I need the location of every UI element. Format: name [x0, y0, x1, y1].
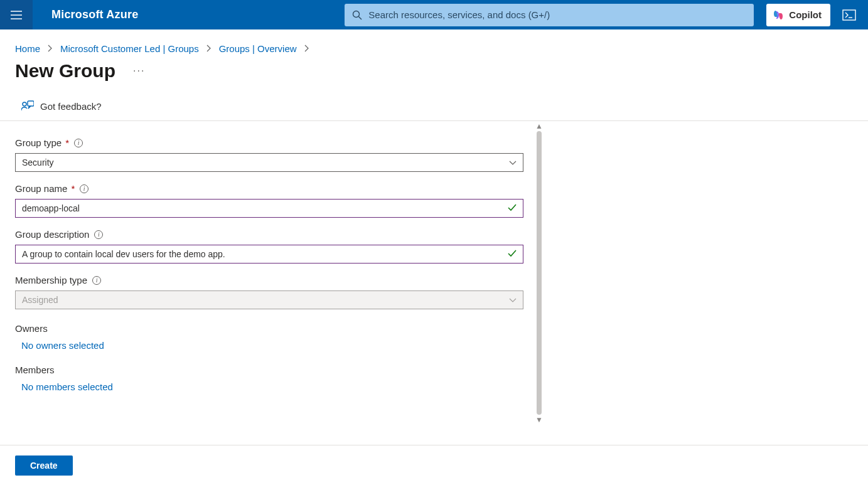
search-icon — [352, 10, 362, 20]
breadcrumb: Home Microsoft Customer Led | Groups Gro… — [0, 29, 868, 54]
scroll-track[interactable] — [537, 131, 542, 415]
members-label: Members — [15, 365, 523, 375]
checkmark-icon — [508, 203, 517, 213]
info-icon[interactable]: i — [94, 230, 103, 239]
members-select-link[interactable]: No members selected — [15, 375, 523, 392]
required-indicator: * — [71, 183, 75, 194]
cloud-shell-icon — [842, 9, 856, 21]
owners-label: Owners — [15, 323, 523, 334]
product-name: Microsoft Azure — [51, 8, 138, 21]
group-name-input-wrapper — [15, 199, 523, 218]
more-actions-button[interactable]: ··· — [133, 65, 145, 77]
svg-line-1 — [359, 16, 362, 19]
feedback-button[interactable]: Got feedback? — [0, 82, 868, 121]
svg-point-4 — [23, 102, 26, 106]
group-description-input-wrapper — [15, 245, 523, 264]
required-indicator: * — [65, 137, 69, 148]
svg-rect-2 — [843, 10, 855, 20]
membership-type-select: Assigned — [15, 290, 523, 309]
membership-type-value: Assigned — [22, 295, 58, 305]
menu-toggle[interactable] — [0, 0, 33, 29]
chevron-right-icon — [304, 43, 309, 54]
group-name-label-row: Group name * i — [15, 183, 523, 194]
search-input[interactable] — [368, 9, 746, 20]
footer-bar: Create — [0, 445, 868, 486]
feedback-icon — [21, 100, 34, 112]
copilot-label: Copilot — [789, 9, 822, 20]
breadcrumb-tenant-groups[interactable]: Microsoft Customer Led | Groups — [60, 43, 199, 54]
scroll-down-arrow-icon: ▼ — [535, 416, 543, 423]
breadcrumb-home[interactable]: Home — [15, 43, 40, 54]
cloud-shell-button[interactable] — [834, 0, 864, 29]
group-type-select[interactable]: Security — [15, 153, 523, 172]
create-button[interactable]: Create — [15, 455, 73, 476]
membership-type-label: Membership type — [15, 275, 87, 285]
svg-point-0 — [353, 11, 360, 17]
scroll-up-arrow-icon: ▲ — [535, 122, 543, 130]
page-title: New Group — [15, 60, 115, 82]
group-description-input[interactable] — [22, 249, 517, 259]
info-icon[interactable]: i — [80, 184, 88, 193]
svg-rect-5 — [28, 101, 34, 106]
hamburger-icon — [11, 11, 22, 19]
group-description-label-row: Group description i — [15, 229, 523, 240]
membership-type-label-row: Membership type i — [15, 275, 523, 285]
chevron-down-icon — [509, 295, 517, 305]
info-icon[interactable]: i — [74, 139, 83, 147]
breadcrumb-groups-overview[interactable]: Groups | Overview — [219, 43, 297, 54]
chevron-right-icon — [48, 43, 53, 54]
copilot-icon — [773, 9, 784, 21]
owners-select-link[interactable]: No owners selected — [15, 334, 523, 351]
page-title-row: New Group ··· — [0, 54, 868, 82]
chevron-right-icon — [206, 43, 212, 54]
group-description-label: Group description — [15, 229, 89, 240]
group-type-label-row: Group type * i — [15, 137, 523, 148]
form-region: ▲ ▼ Group type * i Security Group name *… — [0, 121, 868, 392]
info-icon[interactable]: i — [92, 276, 101, 285]
group-type-label: Group type — [15, 137, 62, 148]
chevron-down-icon — [509, 157, 517, 168]
group-name-label: Group name — [15, 183, 67, 194]
checkmark-icon — [508, 249, 517, 259]
copilot-button[interactable]: Copilot — [766, 4, 830, 26]
feedback-label: Got feedback? — [40, 101, 102, 112]
global-search[interactable] — [345, 4, 754, 26]
scrollbar[interactable]: ▲ ▼ — [535, 122, 543, 423]
group-type-value: Security — [22, 157, 54, 168]
top-header: Microsoft Azure Copilot — [0, 0, 868, 29]
group-name-input[interactable] — [22, 203, 517, 213]
